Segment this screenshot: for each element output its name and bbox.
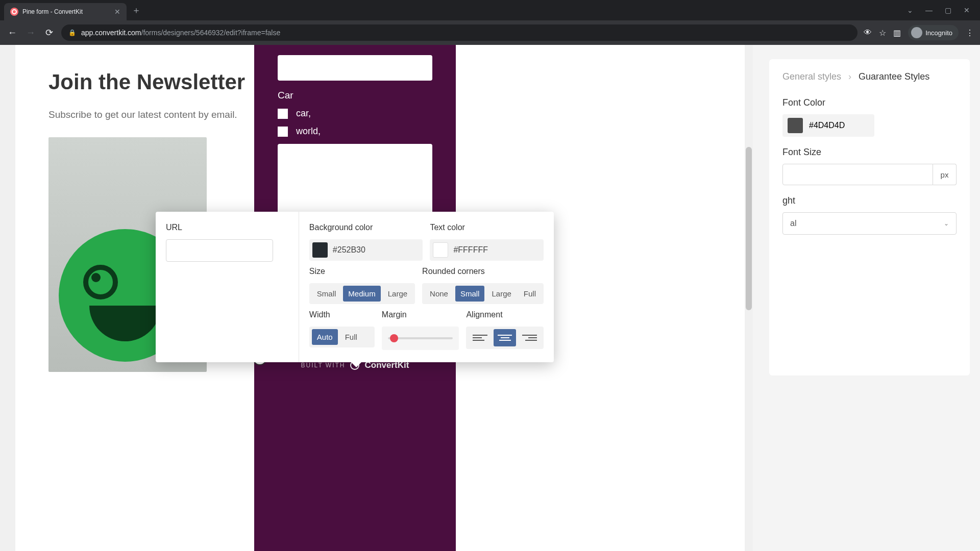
text-color-label: Text color (430, 223, 544, 232)
size-label: Size (309, 267, 415, 276)
width-full[interactable]: Full (340, 329, 362, 345)
corners-segmented: None Small Large Full (422, 283, 544, 304)
font-size-unit: px (933, 164, 957, 185)
margin-label: Margin (382, 310, 459, 319)
size-segmented: Small Medium Large (309, 283, 415, 304)
url-label: URL (166, 223, 288, 232)
chevron-down-icon: ⌄ (944, 220, 949, 227)
tab-bar: Pine form - ConvertKit ✕ ＋ ⌄ — ▢ ✕ (0, 0, 980, 20)
corners-large[interactable]: Large (486, 286, 516, 302)
chevron-right-icon: › (848, 71, 851, 82)
checkbox-option[interactable]: world, (278, 126, 432, 137)
field-label-car[interactable]: Car (278, 90, 432, 101)
newsletter-subtitle[interactable]: Subscribe to get our latest content by e… (48, 108, 253, 122)
font-color-label: Font Color (782, 97, 957, 108)
breadcrumb: General styles › Guarantee Styles (782, 71, 957, 82)
newsletter-title[interactable]: Join the Newsletter (48, 70, 253, 94)
text-color-value: #FFFFFF (453, 245, 488, 255)
corners-none[interactable]: None (425, 286, 453, 302)
incognito-badge[interactable]: Incognito (908, 25, 959, 40)
font-color-field[interactable]: #4D4D4D (782, 114, 874, 137)
url-host: app.convertkit.com (81, 29, 141, 37)
address-bar: ← → ⟳ 🔒 app.convertkit.com/forms/designe… (0, 20, 980, 45)
font-weight-value-partial: al (790, 219, 796, 228)
size-large[interactable]: Large (383, 286, 412, 302)
convertkit-favicon (10, 8, 18, 16)
align-left-icon[interactable] (469, 329, 492, 346)
checkbox-option[interactable]: car, (278, 108, 432, 119)
crumb-current: Guarantee Styles (859, 71, 929, 82)
new-tab-button[interactable]: ＋ (132, 4, 141, 16)
alignment-label: Alignment (466, 310, 544, 319)
margin-slider[interactable] (382, 327, 459, 350)
canvas-area: Join the Newsletter Subscribe to get our… (0, 45, 753, 551)
text-color-swatch (433, 242, 448, 258)
crumb-general-styles[interactable]: General styles (782, 71, 841, 82)
bg-color-field[interactable]: #252B30 (309, 239, 423, 261)
font-weight-select[interactable]: al ⌄ (782, 212, 957, 235)
slider-thumb[interactable] (390, 334, 398, 342)
font-color-swatch (788, 118, 803, 133)
close-window-icon[interactable]: ✕ (964, 6, 970, 14)
incognito-icon (911, 27, 922, 38)
checkbox-label: car, (296, 108, 311, 119)
font-color-value: #4D4D4D (809, 121, 845, 130)
tab-search-icon[interactable]: ⌄ (907, 6, 913, 14)
incognito-label: Incognito (925, 29, 952, 37)
align-center-icon[interactable] (494, 329, 517, 346)
corners-label: Rounded corners (422, 267, 544, 276)
styles-sidebar: General styles › Guarantee Styles Font C… (753, 45, 980, 551)
width-auto[interactable]: Auto (312, 329, 338, 345)
font-size-label: Font Size (782, 147, 957, 158)
minimize-icon[interactable]: — (925, 6, 933, 14)
bg-color-swatch (312, 242, 328, 258)
lock-icon: 🔒 (68, 29, 76, 36)
maximize-icon[interactable]: ▢ (945, 6, 951, 14)
bookmark-icon[interactable]: ☆ (879, 28, 886, 38)
url-field[interactable]: 🔒 app.convertkit.com/forms/designers/564… (61, 24, 857, 41)
font-size-input[interactable] (782, 164, 933, 185)
checkbox-icon[interactable] (278, 109, 288, 119)
reload-button[interactable]: ⟳ (43, 27, 55, 38)
scrollbar-thumb[interactable] (746, 147, 752, 310)
built-with-text: BUILT WITH (301, 362, 346, 369)
font-weight-label-partial: ght (782, 195, 957, 206)
styles-card: General styles › Guarantee Styles Font C… (769, 59, 970, 375)
side-panel-icon[interactable]: ▥ (893, 28, 901, 38)
close-tab-icon[interactable]: ✕ (114, 8, 120, 16)
browser-tab[interactable]: Pine form - ConvertKit ✕ (4, 3, 127, 20)
align-right-icon[interactable] (518, 329, 541, 346)
browser-chrome: Pine form - ConvertKit ✕ ＋ ⌄ — ▢ ✕ ← → ⟳… (0, 0, 980, 45)
checkbox-icon[interactable] (278, 127, 288, 137)
vertical-scrollbar[interactable] (745, 45, 753, 551)
button-settings-popover: URL Background color #252B30 Text color (156, 212, 554, 362)
back-button[interactable]: ← (6, 28, 18, 38)
size-small[interactable]: Small (312, 286, 341, 302)
checkbox-label: world, (296, 126, 321, 137)
alignment-segmented (466, 327, 544, 349)
eye-off-icon[interactable]: 👁 (864, 28, 872, 37)
bg-color-value: #252B30 (333, 245, 365, 255)
kebab-menu-icon[interactable]: ⋮ (966, 28, 974, 38)
page-viewport: Join the Newsletter Subscribe to get our… (0, 45, 980, 551)
corners-full[interactable]: Full (519, 286, 541, 302)
window-controls: ⌄ — ▢ ✕ (907, 6, 976, 14)
size-medium[interactable]: Medium (343, 286, 380, 302)
url-path: /forms/designers/5646932/edit?iframe=fal… (141, 29, 281, 37)
corners-small[interactable]: Small (455, 286, 485, 302)
tab-title: Pine form - ConvertKit (22, 8, 110, 15)
forward-button[interactable]: → (24, 28, 37, 38)
text-color-field[interactable]: #FFFFFF (430, 239, 544, 261)
form-text-input[interactable] (278, 55, 432, 81)
width-label: Width (309, 310, 375, 319)
bg-color-label: Background color (309, 223, 423, 232)
width-segmented: Auto Full (309, 327, 375, 347)
url-input[interactable] (166, 239, 273, 262)
